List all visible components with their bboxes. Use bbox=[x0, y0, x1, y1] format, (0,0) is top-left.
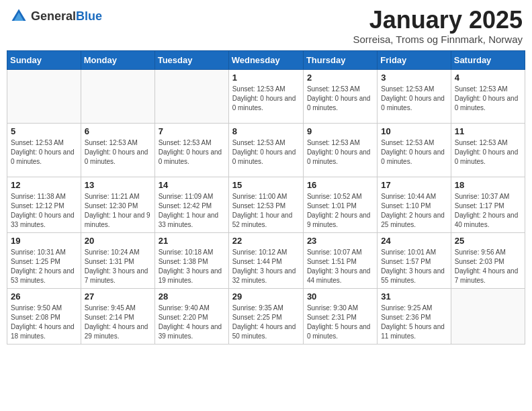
day-info: Sunset: 12:53 AM Daylight: 0 hours and 0… bbox=[455, 138, 521, 167]
day-number: 2 bbox=[307, 73, 373, 83]
table-cell: 3Sunset: 12:53 AM Daylight: 0 hours and … bbox=[378, 69, 451, 123]
day-info: Sunrise: 9:45 AM Sunset: 2:14 PM Dayligh… bbox=[85, 304, 151, 341]
table-cell: 12Sunrise: 11:38 AM Sunset: 12:12 PM Day… bbox=[7, 177, 81, 232]
col-monday: Monday bbox=[81, 50, 154, 69]
day-number: 16 bbox=[307, 180, 373, 190]
day-info: Sunrise: 9:50 AM Sunset: 2:08 PM Dayligh… bbox=[11, 304, 77, 341]
day-number: 28 bbox=[159, 291, 225, 302]
logo: GeneralBlue bbox=[9, 7, 102, 26]
table-cell: 6Sunset: 12:53 AM Daylight: 0 hours and … bbox=[81, 123, 154, 177]
calendar-header-row: Sunday Monday Tuesday Wednesday Thursday… bbox=[7, 50, 525, 69]
day-info: Sunrise: 11:21 AM Sunset: 12:30 PM Dayli… bbox=[85, 192, 151, 230]
day-info: Sunset: 12:53 AM Daylight: 0 hours and 0… bbox=[381, 138, 447, 167]
title-block: January 2025 Sorreisa, Troms og Finnmark… bbox=[353, 7, 523, 45]
day-number: 20 bbox=[85, 236, 151, 246]
day-info: Sunrise: 9:25 AM Sunset: 2:36 PM Dayligh… bbox=[381, 304, 447, 341]
day-info: Sunrise: 10:07 AM Sunset: 1:51 PM Daylig… bbox=[307, 248, 373, 285]
table-cell bbox=[7, 69, 81, 123]
day-info: Sunrise: 10:18 AM Sunset: 1:38 PM Daylig… bbox=[159, 248, 225, 285]
day-number: 13 bbox=[85, 180, 151, 190]
day-number: 31 bbox=[381, 291, 447, 302]
day-info: Sunrise: 11:38 AM Sunset: 12:12 PM Dayli… bbox=[11, 192, 77, 230]
day-number: 10 bbox=[381, 126, 447, 136]
day-number: 30 bbox=[307, 291, 373, 302]
day-number: 27 bbox=[85, 291, 151, 302]
day-number: 11 bbox=[455, 126, 521, 136]
day-info: Sunrise: 9:56 AM Sunset: 2:03 PM Dayligh… bbox=[455, 248, 521, 285]
day-info: Sunrise: 9:35 AM Sunset: 2:25 PM Dayligh… bbox=[232, 304, 300, 341]
table-cell: 25Sunrise: 9:56 AM Sunset: 2:03 PM Dayli… bbox=[451, 232, 525, 288]
table-cell: 31Sunrise: 9:25 AM Sunset: 2:36 PM Dayli… bbox=[378, 288, 451, 344]
table-cell bbox=[81, 69, 154, 123]
day-number: 4 bbox=[455, 73, 521, 83]
day-info: Sunrise: 10:44 AM Sunset: 1:10 PM Daylig… bbox=[381, 192, 447, 230]
table-cell: 4Sunset: 12:53 AM Daylight: 0 hours and … bbox=[451, 69, 525, 123]
day-info: Sunrise: 10:31 AM Sunset: 1:25 PM Daylig… bbox=[11, 248, 77, 285]
day-info: Sunrise: 11:09 AM Sunset: 12:42 PM Dayli… bbox=[159, 192, 225, 230]
day-number: 15 bbox=[232, 180, 300, 190]
table-cell: 28Sunrise: 9:40 AM Sunset: 2:20 PM Dayli… bbox=[154, 288, 228, 344]
day-number: 7 bbox=[159, 126, 225, 136]
day-number: 18 bbox=[455, 180, 521, 190]
table-cell: 14Sunrise: 11:09 AM Sunset: 12:42 PM Day… bbox=[154, 177, 228, 232]
col-friday: Friday bbox=[378, 50, 451, 69]
day-number: 29 bbox=[232, 291, 300, 302]
table-cell bbox=[451, 288, 525, 344]
table-cell: 1Sunset: 12:53 AM Daylight: 0 hours and … bbox=[228, 69, 303, 123]
table-cell: 9Sunset: 12:53 AM Daylight: 0 hours and … bbox=[303, 123, 377, 177]
page-header: GeneralBlue January 2025 Sorreisa, Troms… bbox=[7, 7, 525, 45]
col-tuesday: Tuesday bbox=[154, 50, 228, 69]
table-cell: 18Sunrise: 10:37 AM Sunset: 1:17 PM Dayl… bbox=[451, 177, 525, 232]
table-cell: 5Sunset: 12:53 AM Daylight: 0 hours and … bbox=[7, 123, 81, 177]
location-subtitle: Sorreisa, Troms og Finnmark, Norway bbox=[353, 34, 523, 45]
table-cell: 21Sunrise: 10:18 AM Sunset: 1:38 PM Dayl… bbox=[154, 232, 228, 288]
week-row-5: 26Sunrise: 9:50 AM Sunset: 2:08 PM Dayli… bbox=[7, 288, 525, 344]
table-cell: 11Sunset: 12:53 AM Daylight: 0 hours and… bbox=[451, 123, 525, 177]
day-info: Sunrise: 11:00 AM Sunset: 12:53 PM Dayli… bbox=[232, 192, 300, 230]
logo-icon bbox=[9, 7, 28, 26]
day-number: 8 bbox=[232, 126, 300, 136]
table-cell: 10Sunset: 12:53 AM Daylight: 0 hours and… bbox=[378, 123, 451, 177]
day-number: 14 bbox=[159, 180, 225, 190]
table-cell: 29Sunrise: 9:35 AM Sunset: 2:25 PM Dayli… bbox=[228, 288, 303, 344]
table-cell: 17Sunrise: 10:44 AM Sunset: 1:10 PM Dayl… bbox=[378, 177, 451, 232]
table-cell: 30Sunrise: 9:30 AM Sunset: 2:31 PM Dayli… bbox=[303, 288, 377, 344]
day-info: Sunset: 12:53 AM Daylight: 0 hours and 0… bbox=[11, 138, 77, 167]
col-sunday: Sunday bbox=[7, 50, 81, 69]
day-info: Sunset: 12:53 AM Daylight: 0 hours and 0… bbox=[307, 85, 373, 113]
day-info: Sunrise: 10:12 AM Sunset: 1:44 PM Daylig… bbox=[232, 248, 300, 285]
day-number: 9 bbox=[307, 126, 373, 136]
table-cell bbox=[154, 69, 228, 123]
day-info: Sunset: 12:53 AM Daylight: 0 hours and 0… bbox=[232, 85, 300, 113]
day-info: Sunrise: 10:52 AM Sunset: 1:01 PM Daylig… bbox=[307, 192, 373, 230]
day-number: 1 bbox=[232, 73, 300, 83]
table-cell: 27Sunrise: 9:45 AM Sunset: 2:14 PM Dayli… bbox=[81, 288, 154, 344]
table-cell: 13Sunrise: 11:21 AM Sunset: 12:30 PM Day… bbox=[81, 177, 154, 232]
logo-text: GeneralBlue bbox=[31, 9, 102, 24]
day-info: Sunset: 12:53 AM Daylight: 0 hours and 0… bbox=[232, 138, 300, 167]
col-wednesday: Wednesday bbox=[228, 50, 303, 69]
day-info: Sunrise: 10:37 AM Sunset: 1:17 PM Daylig… bbox=[455, 192, 521, 230]
table-cell: 15Sunrise: 11:00 AM Sunset: 12:53 PM Day… bbox=[228, 177, 303, 232]
table-cell: 8Sunset: 12:53 AM Daylight: 0 hours and … bbox=[228, 123, 303, 177]
day-info: Sunset: 12:53 AM Daylight: 0 hours and 0… bbox=[381, 85, 447, 113]
logo-blue: Blue bbox=[76, 9, 102, 23]
table-cell: 23Sunrise: 10:07 AM Sunset: 1:51 PM Dayl… bbox=[303, 232, 377, 288]
day-info: Sunrise: 10:01 AM Sunset: 1:57 PM Daylig… bbox=[381, 248, 447, 285]
table-cell: 20Sunrise: 10:24 AM Sunset: 1:31 PM Dayl… bbox=[81, 232, 154, 288]
day-info: Sunset: 12:53 AM Daylight: 0 hours and 0… bbox=[85, 138, 151, 167]
table-cell: 16Sunrise: 10:52 AM Sunset: 1:01 PM Dayl… bbox=[303, 177, 377, 232]
table-cell: 7Sunset: 12:53 AM Daylight: 0 hours and … bbox=[154, 123, 228, 177]
col-saturday: Saturday bbox=[451, 50, 525, 69]
day-number: 26 bbox=[11, 291, 77, 302]
day-info: Sunrise: 9:30 AM Sunset: 2:31 PM Dayligh… bbox=[307, 304, 373, 341]
week-row-1: 1Sunset: 12:53 AM Daylight: 0 hours and … bbox=[7, 69, 525, 123]
day-number: 6 bbox=[85, 126, 151, 136]
table-cell: 2Sunset: 12:53 AM Daylight: 0 hours and … bbox=[303, 69, 377, 123]
day-info: Sunset: 12:53 AM Daylight: 0 hours and 0… bbox=[455, 85, 521, 113]
day-number: 12 bbox=[11, 180, 77, 190]
week-row-2: 5Sunset: 12:53 AM Daylight: 0 hours and … bbox=[7, 123, 525, 177]
table-cell: 19Sunrise: 10:31 AM Sunset: 1:25 PM Dayl… bbox=[7, 232, 81, 288]
day-info: Sunrise: 10:24 AM Sunset: 1:31 PM Daylig… bbox=[85, 248, 151, 285]
table-cell: 24Sunrise: 10:01 AM Sunset: 1:57 PM Dayl… bbox=[378, 232, 451, 288]
